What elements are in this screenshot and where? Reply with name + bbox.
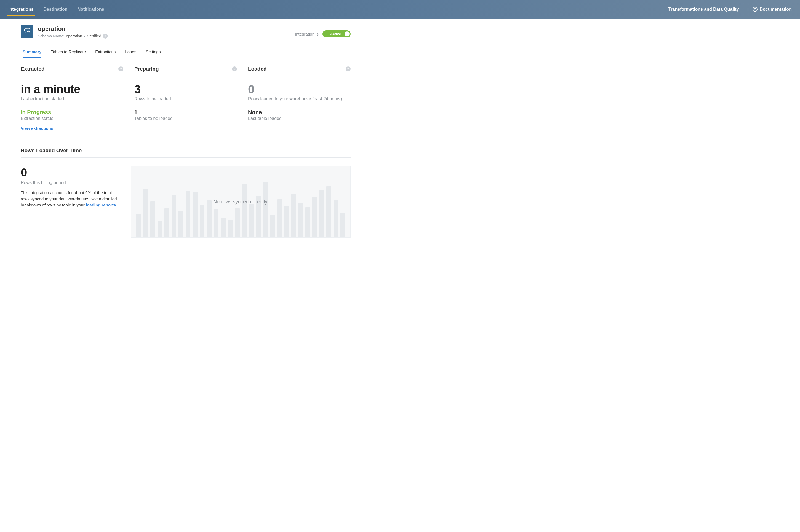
svg-point-0 <box>26 30 26 30</box>
stat-loaded: Loaded ? 0 Rows loaded to your warehouse… <box>248 66 351 131</box>
chart-bar <box>179 211 183 238</box>
subtabs: Summary Tables to Replicate Extractions … <box>0 45 371 58</box>
divider <box>746 6 746 13</box>
chart-bar <box>312 197 317 238</box>
chart-bar <box>305 207 310 238</box>
chart-bar <box>298 203 303 238</box>
stat-loaded-head: Loaded ? <box>248 66 351 76</box>
chart-bar <box>186 191 190 238</box>
header-right: Integration is Active <box>295 25 351 37</box>
stat-loaded-title: Loaded <box>248 66 267 72</box>
separator-dot: • <box>84 34 85 38</box>
rows-loaded-title: Rows Loaded Over Time <box>21 148 351 158</box>
preparing-tables-value: 1 <box>134 109 237 115</box>
rows-note-suffix: . <box>116 203 117 207</box>
stat-extracted-head: Extracted ? <box>21 66 123 76</box>
chart-bar <box>256 196 261 238</box>
nav-tab-destination[interactable]: Destination <box>39 0 73 19</box>
preparing-help-icon[interactable]: ? <box>232 66 237 71</box>
certified-label: Certified <box>87 34 101 38</box>
chart-bar <box>193 192 198 238</box>
preparing-tables-label: Tables to be loaded <box>134 116 237 121</box>
chart-bar <box>228 220 233 238</box>
help-icon: ? <box>752 7 758 12</box>
chart-bar <box>150 202 155 238</box>
top-nav-left: Integrations Destination Notifications <box>3 0 109 19</box>
chart-bar <box>291 193 296 238</box>
view-extractions-link[interactable]: View extractions <box>21 126 53 131</box>
chart-bar <box>270 215 275 238</box>
integration-status-label: Integration is <box>295 32 319 36</box>
extracted-value-sub: Last extraction started <box>21 96 123 101</box>
chart-bar <box>171 195 177 238</box>
chart-bar <box>164 208 169 238</box>
subtab-extractions[interactable]: Extractions <box>95 45 115 58</box>
subtab-loads[interactable]: Loads <box>125 45 136 58</box>
stat-extracted-title: Extracted <box>21 66 45 72</box>
extracted-help-icon[interactable]: ? <box>119 66 123 71</box>
rows-billing-label: Rows this billing period <box>21 180 120 185</box>
chart-bar <box>333 201 339 238</box>
chart-bar <box>221 218 226 238</box>
chart-bar <box>158 221 163 238</box>
loaded-help-icon[interactable]: ? <box>346 66 351 71</box>
stat-preparing: Preparing ? 3 Rows to be loaded 1 Tables… <box>134 66 237 131</box>
chart-bar <box>206 201 212 238</box>
rows-loaded-section: Rows Loaded Over Time 0 Rows this billin… <box>0 141 371 249</box>
page: operation Schema Name: operation • Certi… <box>0 19 371 249</box>
preparing-rows-value: 3 <box>134 83 237 95</box>
active-toggle[interactable]: Active <box>323 30 351 37</box>
stat-preparing-head: Preparing ? <box>134 66 237 76</box>
extracted-value: in a minute <box>21 83 123 95</box>
extraction-status: In Progress <box>21 109 123 115</box>
toggle-label: Active <box>330 32 341 36</box>
extraction-status-sub: Extraction status <box>21 116 123 121</box>
subtab-tables-to-replicate[interactable]: Tables to Replicate <box>51 45 86 58</box>
integration-header: operation Schema Name: operation • Certi… <box>0 19 371 39</box>
chart-bar <box>284 206 289 238</box>
rows-summary: 0 Rows this billing period This integrat… <box>21 166 120 208</box>
nav-link-transformations[interactable]: Transformations and Data Quality <box>663 7 744 12</box>
subtab-settings[interactable]: Settings <box>146 45 161 58</box>
stats-row: Extracted ? in a minute Last extraction … <box>0 58 371 133</box>
integration-subtitle: Schema Name: operation • Certified ? <box>38 34 108 39</box>
toggle-knob <box>345 32 349 36</box>
chart-bar <box>214 209 219 238</box>
nav-tab-notifications[interactable]: Notifications <box>73 0 109 19</box>
header-left: operation Schema Name: operation • Certi… <box>21 25 108 39</box>
chart-bar <box>341 213 345 238</box>
schema-label: Schema Name: <box>38 34 64 38</box>
stat-preparing-title: Preparing <box>134 66 159 72</box>
schema-value: operation <box>66 34 82 38</box>
loaded-rows-label: Rows loaded to your warehouse (past 24 h… <box>248 96 351 101</box>
postgres-icon <box>21 25 33 38</box>
chart-bar <box>263 182 268 238</box>
rows-note: This integration accounts for about 0% o… <box>21 190 120 208</box>
rows-chart: No rows synced recently. <box>131 166 351 238</box>
certified-help-icon[interactable]: ? <box>103 34 108 39</box>
subtabs-bar: Summary Tables to Replicate Extractions … <box>0 45 371 58</box>
chart-bar <box>320 190 324 238</box>
chart-bar <box>249 204 254 238</box>
subtab-summary[interactable]: Summary <box>23 45 41 58</box>
chart-bar <box>326 186 331 238</box>
chart-bar <box>277 199 282 238</box>
chart-bars <box>136 179 345 238</box>
rows-billing-value: 0 <box>21 166 120 179</box>
nav-tab-integrations[interactable]: Integrations <box>3 0 39 19</box>
nav-link-documentation[interactable]: ? Documentation <box>748 7 797 12</box>
chart-bar <box>242 184 247 238</box>
loaded-last-label: Last table loaded <box>248 116 351 121</box>
chart-bar <box>136 214 141 238</box>
preparing-rows-label: Rows to be loaded <box>134 96 237 101</box>
header-titles: operation Schema Name: operation • Certi… <box>38 25 108 39</box>
top-nav-right: Transformations and Data Quality ? Docum… <box>663 0 797 19</box>
rows-body: 0 Rows this billing period This integrat… <box>21 166 351 238</box>
loaded-rows-value: 0 <box>248 83 351 95</box>
chart-bar <box>235 208 240 238</box>
chart-bar <box>143 189 148 238</box>
documentation-label: Documentation <box>760 7 792 12</box>
chart-bar <box>200 205 205 238</box>
loading-reports-link[interactable]: loading reports <box>86 203 116 207</box>
stat-extracted: Extracted ? in a minute Last extraction … <box>21 66 123 131</box>
